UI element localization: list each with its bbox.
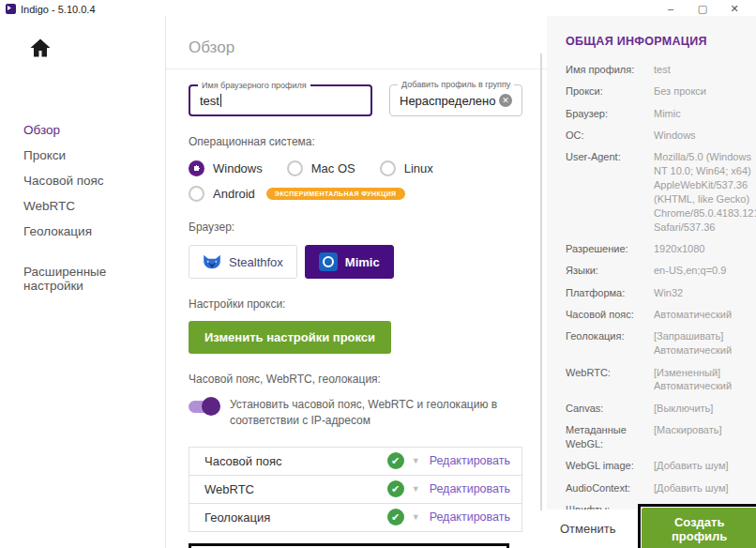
table-row-geolocation: Геолокация ✔ ▼ Редактировать xyxy=(189,504,522,532)
check-icon: ✔ xyxy=(387,480,404,497)
profile-name-label: Имя браузерного профиля xyxy=(198,81,310,90)
summary-panel: ОБЩАЯ ИНФОРМАЦИЯ Имя профиля:test Прокси… xyxy=(547,16,756,510)
info-row: AudioContext:[Добавить шум] xyxy=(566,481,753,495)
sidebar: Обзор Прокси Часовой пояс WebRTC Геолока… xyxy=(0,16,166,548)
window-titlebar: Indigo - 5.10.0.4 – ▢ ✕ xyxy=(0,0,756,16)
info-row: Имя профиля:test xyxy=(566,63,753,77)
sidebar-item-timezone[interactable]: Часовой пояс xyxy=(23,168,165,193)
chevron-down-icon[interactable]: ▼ xyxy=(412,484,420,494)
annotation-highlight-box: Получить новый отпечаток xyxy=(189,543,509,548)
table-row-timezone: Часовой пояс ✔ ▼ Редактировать xyxy=(189,448,522,476)
radio-macos-icon xyxy=(287,160,303,176)
radio-macos[interactable]: Mac OS xyxy=(287,160,355,176)
mimic-icon xyxy=(319,252,338,271)
group-select-value: Нераспределено xyxy=(400,94,495,108)
radio-linux-icon xyxy=(380,160,396,176)
os-section-label: Операционная система: xyxy=(189,135,522,148)
group-select-field[interactable]: Добавить профиль в группу Нераспределено… xyxy=(389,84,522,116)
close-icon[interactable]: ✕ xyxy=(718,3,750,15)
sidebar-item-advanced[interactable]: Расширенные настройки xyxy=(23,259,165,298)
profile-name-field[interactable]: Имя браузерного профиля test xyxy=(189,84,372,116)
info-row: WebRTC:[Измененный] Автоматический xyxy=(566,366,753,394)
stealthfox-icon xyxy=(203,254,221,269)
home-icon[interactable] xyxy=(29,37,52,59)
chevron-down-icon[interactable]: ▼ xyxy=(412,456,420,465)
ip-based-toggle-label: Установить часовой пояс, WebRTC и геолок… xyxy=(230,397,522,430)
check-icon: ✔ xyxy=(387,452,404,469)
check-icon: ✔ xyxy=(387,509,404,525)
create-profile-button[interactable]: Создать профиль xyxy=(642,508,756,548)
chevron-down-icon[interactable]: ▼ xyxy=(412,512,420,522)
annotation-highlight-box: Создать профиль xyxy=(638,504,756,548)
footer-bar: Отменить Создать профиль xyxy=(547,510,756,548)
info-row: Платформа:Win32 xyxy=(566,286,753,300)
main-panel: Обзор Имя браузерного профиля test Добав… xyxy=(166,16,547,548)
edit-webrtc-link[interactable]: Редактировать xyxy=(430,482,510,495)
fingerprint-settings-table: Часовой пояс ✔ ▼ Редактировать WebRTC ✔ … xyxy=(189,447,522,532)
cancel-button[interactable]: Отменить xyxy=(547,514,628,543)
group-select-label: Добавить профиль в группу xyxy=(398,80,514,89)
browser-section-label: Браузер: xyxy=(189,221,522,234)
info-row: Canvas:[Выключить] xyxy=(566,402,753,416)
browser-option-label: Stealthfox xyxy=(229,255,283,269)
info-row: Геолокация:[Запрашивать] Автоматический xyxy=(566,329,753,358)
info-row: WebGL image:[Добавить шум] xyxy=(566,459,753,473)
proxy-section-label: Настройки прокси: xyxy=(189,297,522,311)
info-row: Часовой пояс:Автоматический xyxy=(566,308,753,322)
browser-option-label: Mimic xyxy=(345,255,380,269)
edit-geolocation-link[interactable]: Редактировать xyxy=(430,510,510,524)
right-column: ОБЩАЯ ИНФОРМАЦИЯ Имя профиля:test Прокси… xyxy=(547,16,756,548)
sidebar-item-proxy[interactable]: Прокси xyxy=(23,143,165,168)
info-row: Прокси:Без прокси xyxy=(566,84,753,99)
experimental-badge: ЭКСПЕРИМЕНТАЛЬНАЯ ФУНКЦИЯ xyxy=(266,188,405,200)
window-title: Indigo - 5.10.0.4 xyxy=(21,4,96,15)
tz-section-label: Часовой пояс, WebRTC, геолокация: xyxy=(189,373,522,386)
sidebar-item-geolocation[interactable]: Геолокация xyxy=(23,219,165,244)
sidebar-item-webrtc[interactable]: WebRTC xyxy=(23,193,165,219)
app-logo-icon xyxy=(6,4,16,14)
radio-linux[interactable]: Linux xyxy=(380,160,433,176)
minimize-icon[interactable]: – xyxy=(655,3,687,15)
maximize-icon[interactable]: ▢ xyxy=(687,3,718,15)
info-row: ОС:Windows xyxy=(566,129,753,143)
summary-title: ОБЩАЯ ИНФОРМАЦИЯ xyxy=(566,35,753,48)
radio-android-icon xyxy=(189,186,204,202)
clear-icon[interactable]: ✕ xyxy=(499,94,512,107)
info-row: Языки:en-US,en;q=0.9 xyxy=(566,264,753,278)
info-row: Разрешение:1920x1080 xyxy=(566,242,753,256)
text-caret xyxy=(220,94,221,107)
edit-proxy-button[interactable]: Изменить настройки прокси xyxy=(189,321,391,354)
info-row: Браузер:Mimic xyxy=(566,107,753,121)
ip-based-toggle[interactable] xyxy=(189,401,217,413)
info-row: Метаданные WebGL:[Маскировать] xyxy=(566,423,753,451)
edit-timezone-link[interactable]: Редактировать xyxy=(430,454,510,467)
browser-option-mimic[interactable]: Mimic xyxy=(305,245,394,279)
radio-android[interactable]: Android xyxy=(189,186,255,202)
profile-name-value: test xyxy=(200,94,219,108)
table-row-webrtc: WebRTC ✔ ▼ Редактировать xyxy=(189,476,522,504)
page-title: Обзор xyxy=(166,16,547,69)
browser-option-stealthfox[interactable]: Stealthfox xyxy=(189,245,297,279)
toggle-knob xyxy=(202,397,220,416)
radio-windows-icon xyxy=(189,160,204,176)
radio-windows[interactable]: Windows xyxy=(189,160,263,176)
sidebar-item-overview[interactable]: Обзор xyxy=(23,117,165,143)
info-row: User-Agent:Mozilla/5.0 (Windows NT 10.0;… xyxy=(566,150,753,234)
